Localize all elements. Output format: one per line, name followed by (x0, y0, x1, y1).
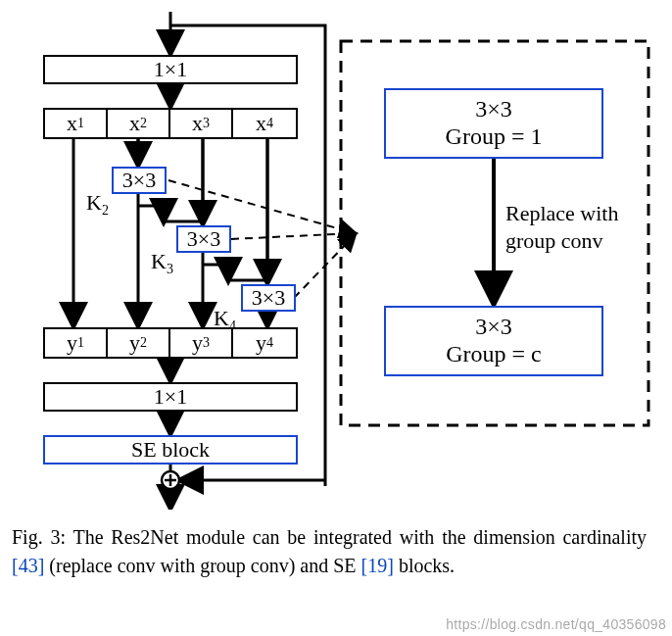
citation-19: [19] (361, 555, 394, 576)
svg-line-21 (294, 235, 355, 298)
citation-43: [43] (12, 555, 44, 576)
svg-line-20 (231, 233, 355, 239)
merge-y2: y2 (106, 327, 170, 359)
split-x4: x4 (231, 108, 298, 139)
caption-suffix: blocks. (394, 555, 455, 576)
split-x3: x3 (168, 108, 233, 139)
label-k2: K2 (86, 190, 109, 219)
conv-1x1-top-label: 1×1 (154, 57, 187, 82)
caption-prefix: Fig. 3: The Res2Net module can be integr… (12, 526, 647, 548)
figure-3-diagram: 1×1 x1 x2 x3 x4 3×3 K2 3×3 K3 3×3 K4 y1 … (12, 12, 660, 510)
caption-mid: (replace conv with group conv) and SE (44, 555, 360, 576)
detail-group-1: 3×3 Group = 1 (384, 88, 603, 159)
se-block: SE block (43, 435, 298, 465)
merge-y3: y3 (168, 327, 233, 359)
conv-3x3-k4: 3×3 (241, 284, 296, 312)
merge-y1: y1 (43, 327, 108, 359)
figure-caption: Fig. 3: The Res2Net module can be integr… (12, 523, 647, 580)
conv-1x1-top: 1×1 (43, 55, 298, 84)
merge-y4: y4 (231, 327, 298, 359)
split-x1: x1 (43, 108, 108, 139)
detail-replace-label: Replace with group conv (505, 200, 618, 254)
conv-1x1-bottom: 1×1 (43, 382, 298, 412)
conv-3x3-k3: 3×3 (176, 225, 231, 253)
split-x2: x2 (106, 108, 170, 139)
detail-group-c: 3×3 Group = c (384, 306, 603, 376)
svg-point-16 (162, 471, 179, 489)
label-k3: K3 (151, 249, 173, 277)
conv-3x3-k2: 3×3 (112, 167, 167, 194)
